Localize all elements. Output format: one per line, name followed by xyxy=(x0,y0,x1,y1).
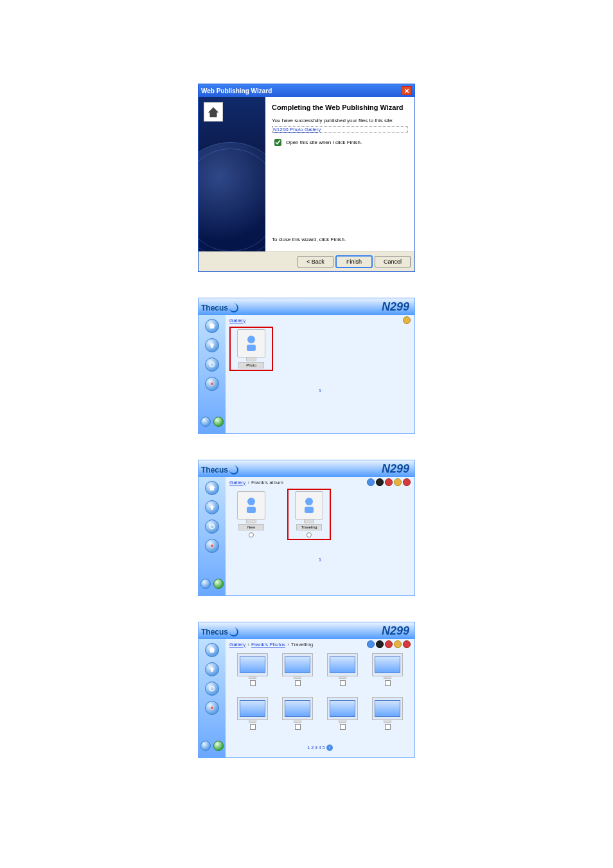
nav-refresh-icon[interactable] xyxy=(205,682,219,696)
page-link[interactable]: 5 xyxy=(323,745,325,750)
nav-home-icon[interactable] xyxy=(205,643,219,657)
page-link[interactable]: 2 xyxy=(311,745,314,750)
thumb-checkbox[interactable] xyxy=(295,680,301,686)
footer-icon-2[interactable] xyxy=(213,417,224,427)
photo-thumbnail[interactable] xyxy=(322,697,363,738)
thumb-checkbox[interactable] xyxy=(295,724,301,730)
thumb-preview xyxy=(372,653,403,676)
album-thumb-icon xyxy=(295,491,323,520)
open-site-checkbox[interactable] xyxy=(274,139,281,146)
gallery-screen-3: Thecus N299 Gallery › Frank's Photos xyxy=(198,622,415,758)
nav-home-icon[interactable] xyxy=(205,319,219,333)
tool-icon-1[interactable] xyxy=(367,478,375,486)
tool-icon-4[interactable] xyxy=(394,478,402,486)
album-radio[interactable] xyxy=(306,532,312,538)
tool-icon-2[interactable] xyxy=(376,640,384,648)
nav-up-icon[interactable] xyxy=(205,338,219,352)
album-photo[interactable]: Photo xyxy=(232,329,271,368)
publish-icon xyxy=(204,102,223,122)
nav-refresh-icon[interactable] xyxy=(205,520,219,534)
cancel-button[interactable]: Cancel xyxy=(375,256,411,267)
footer-icon-2[interactable] xyxy=(213,741,224,751)
page-link[interactable]: 3 xyxy=(315,745,317,750)
toolbar xyxy=(367,478,411,486)
wizard-title: Web Publishing Wizard xyxy=(201,87,272,95)
model-label: N299 xyxy=(382,300,409,314)
wizard-titlebar: Web Publishing Wizard ✕ xyxy=(199,84,414,97)
pager: 12345› xyxy=(232,740,408,755)
breadcrumb: Gallery xyxy=(226,315,414,325)
wizard-description: You have successfully published your fil… xyxy=(272,118,408,123)
crumb-gallery[interactable]: Gallery xyxy=(229,642,245,647)
thumb-checkbox[interactable] xyxy=(340,724,346,730)
thumb-preview xyxy=(282,697,313,720)
tool-icon-3[interactable] xyxy=(385,640,393,648)
finish-button[interactable]: Finish xyxy=(336,256,372,267)
album-traveling[interactable]: Traveling xyxy=(290,491,328,538)
photo-thumbnail[interactable] xyxy=(232,653,273,694)
footer-icon-1[interactable] xyxy=(200,741,211,751)
nav-settings-icon[interactable] xyxy=(205,539,219,553)
thumbnail-grid: 12345› xyxy=(226,649,414,757)
footer-icon-1[interactable] xyxy=(200,579,211,589)
nav-home-icon[interactable] xyxy=(205,481,219,495)
album-new[interactable]: New xyxy=(232,491,271,538)
tool-icon-3[interactable] xyxy=(385,478,393,486)
tool-icon-4[interactable] xyxy=(394,640,402,648)
crumb-gallery[interactable]: Gallery xyxy=(229,318,245,323)
back-button[interactable]: < Back xyxy=(298,256,333,267)
page-link[interactable]: 4 xyxy=(319,745,321,750)
sidebar xyxy=(199,639,226,757)
tool-icon-5[interactable] xyxy=(403,640,411,648)
thecus-header: Thecus N299 xyxy=(199,622,414,639)
photo-thumbnail[interactable] xyxy=(277,653,318,694)
thumb-checkbox[interactable] xyxy=(250,680,256,686)
album-thumb-icon xyxy=(237,491,265,520)
open-site-checkbox-row[interactable]: Open this site when I click Finish. xyxy=(272,137,408,148)
close-icon[interactable]: ✕ xyxy=(402,86,412,95)
breadcrumb: Gallery › Frank's album xyxy=(226,477,414,487)
page-number: 1 xyxy=(232,557,408,565)
gallery-screen-2: Thecus N299 Gallery › Frank's album xyxy=(198,460,415,596)
photo-thumbnail[interactable] xyxy=(277,697,318,738)
crumb-album[interactable]: Frank's Photos xyxy=(251,642,285,647)
published-site-link[interactable]: N1200 Photo Gallery xyxy=(272,126,408,133)
footer-icon-2[interactable] xyxy=(213,579,224,589)
crumb-current: Travelling xyxy=(291,642,313,647)
thumb-checkbox[interactable] xyxy=(340,680,346,686)
nav-up-icon[interactable] xyxy=(205,500,219,514)
thumb-checkbox[interactable] xyxy=(385,724,391,730)
tool-icon-2[interactable] xyxy=(376,478,384,486)
crumb-current: Frank's album xyxy=(251,480,283,485)
svg-point-1 xyxy=(211,545,214,548)
nav-settings-icon[interactable] xyxy=(205,377,219,391)
nav-up-icon[interactable] xyxy=(205,662,219,676)
next-page-icon[interactable]: › xyxy=(326,745,333,751)
globe-graphic xyxy=(199,142,265,251)
photo-thumbnail[interactable] xyxy=(367,653,408,694)
sidebar xyxy=(199,477,226,595)
wizard-banner xyxy=(199,97,265,251)
photo-thumbnail[interactable] xyxy=(322,653,363,694)
toolbar xyxy=(367,640,411,648)
thumb-checkbox[interactable] xyxy=(250,724,256,730)
album-grid: Photo 1 xyxy=(226,325,414,433)
footer-icon-1[interactable] xyxy=(200,417,211,427)
thumb-preview xyxy=(282,653,313,676)
photo-thumbnail[interactable] xyxy=(367,697,408,738)
breadcrumb: Gallery › Frank's Photos › Travelling xyxy=(226,639,414,649)
photo-thumbnail[interactable] xyxy=(232,697,273,738)
nav-settings-icon[interactable] xyxy=(205,701,219,715)
tool-icon-1[interactable] xyxy=(367,640,375,648)
crumb-gallery[interactable]: Gallery xyxy=(229,480,245,485)
thecus-logo: Thecus xyxy=(201,626,238,637)
thumb-checkbox[interactable] xyxy=(385,680,391,686)
nav-refresh-icon[interactable] xyxy=(205,357,219,372)
album-radio[interactable] xyxy=(249,532,254,538)
album-thumb-icon xyxy=(237,329,265,357)
thecus-logo: Thecus xyxy=(201,302,238,312)
thumb-preview xyxy=(372,697,403,720)
page-link[interactable]: 1 xyxy=(307,745,310,750)
tool-icon-5[interactable] xyxy=(403,478,411,486)
edit-icon[interactable] xyxy=(403,316,411,324)
